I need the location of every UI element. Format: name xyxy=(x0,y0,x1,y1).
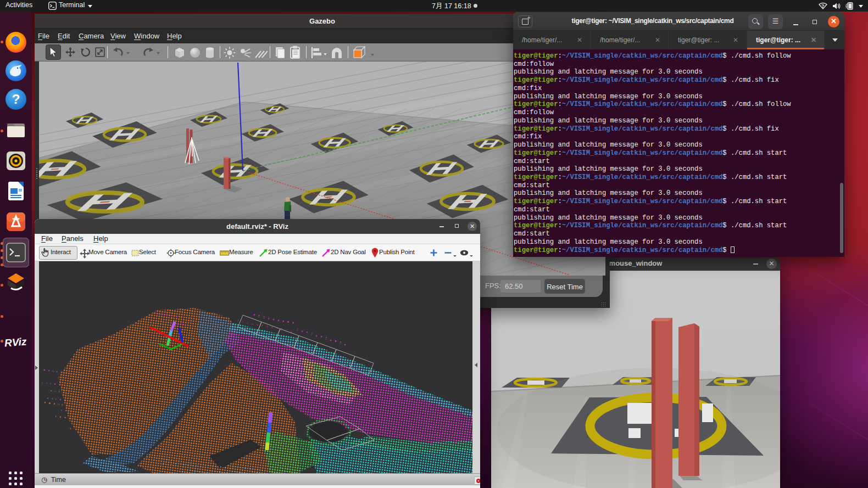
svg-text:?: ? xyxy=(821,3,825,9)
